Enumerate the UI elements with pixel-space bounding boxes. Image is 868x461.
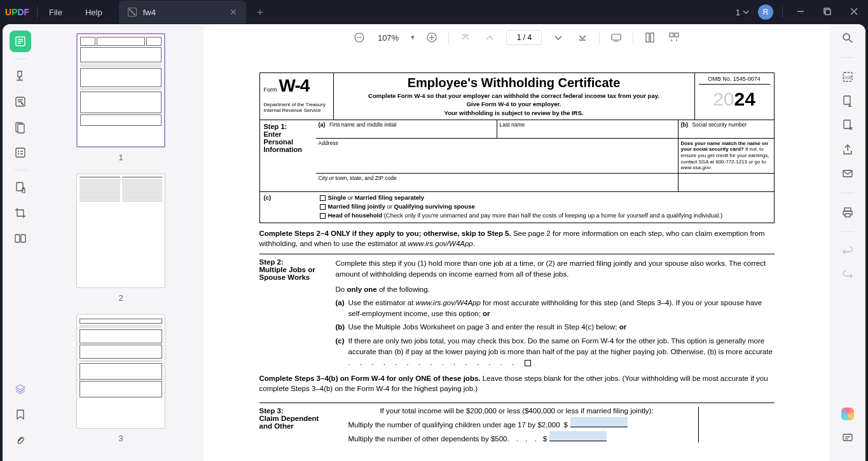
svg-point-30 [843,34,850,40]
menu-help[interactable]: Help [74,8,114,17]
checkbox-two-jobs[interactable] [525,360,531,366]
filing-status-section: (c) Single or Married filing separately … [259,192,775,223]
dependents-amount-input[interactable] [549,431,607,441]
divider [14,170,27,170]
thumbnail-3[interactable]: 3 [61,314,181,443]
user-avatar[interactable]: R [758,4,773,20]
form-tool[interactable] [10,142,31,163]
svg-rect-10 [18,124,24,133]
divider [14,58,27,59]
edit-tool[interactable] [10,91,31,113]
divider [841,231,854,232]
compare-tool[interactable] [10,228,31,249]
version-dropdown[interactable]: 1 [736,8,749,17]
tab-title: fw4 [143,8,223,17]
print-button[interactable] [840,205,855,220]
svg-rect-2 [825,10,830,15]
right-toolbar: OCR [830,24,865,461]
step3-section: Step 3:Claim Dependent and Other If your… [259,403,775,443]
ai-button[interactable] [840,406,855,422]
convert-button[interactable] [840,93,855,109]
first-page-button[interactable] [458,30,473,45]
page-input[interactable] [506,30,542,45]
organize-tool[interactable] [10,116,31,138]
svg-rect-28 [670,33,673,37]
workspace: 1 2 3 [3,24,865,461]
compress-button[interactable] [840,118,855,133]
reader-tool[interactable] [10,31,31,52]
instruction-text: Complete Steps 2–4 ONLY if they apply to… [259,223,775,254]
svg-point-14 [18,153,19,155]
document-tab[interactable]: fw4 ✕ [119,1,246,24]
ocr-button[interactable]: OCR [840,69,855,85]
form-title: Employee's Withholding Certificate [340,76,688,90]
svg-point-12 [18,151,19,152]
svg-rect-17 [15,235,20,242]
document-page: Form W-4 Department of the TreasuryInter… [240,60,794,455]
form-header: Form W-4 Department of the TreasuryInter… [259,72,775,120]
svg-rect-34 [844,96,850,104]
svg-rect-35 [844,120,850,128]
add-tab-button[interactable]: ＋ [255,6,265,19]
separator [599,31,600,44]
chevron-down-icon [743,9,749,15]
svg-rect-29 [675,33,679,37]
divider [841,193,854,193]
undo-button[interactable] [840,244,855,259]
document-viewport[interactable]: Form W-4 Department of the TreasuryInter… [203,51,830,461]
svg-rect-11 [16,148,25,157]
menu-file[interactable]: File [38,8,74,17]
zoom-dropdown[interactable]: ▼ [410,34,416,41]
attachment-tool[interactable] [10,429,31,451]
instruction-text: Complete Steps 3–4(b) on Form W-4 for on… [259,368,775,399]
presentation-button[interactable] [609,30,624,45]
svg-rect-36 [843,170,852,177]
maximize-button[interactable] [818,5,836,20]
zoom-in-button[interactable] [424,30,439,45]
layers-tool[interactable] [10,378,31,400]
thumbnail-number: 2 [61,293,181,303]
checkbox-single[interactable] [320,195,326,201]
separator [448,31,449,44]
close-button[interactable] [845,5,863,20]
svg-rect-27 [651,33,654,42]
svg-rect-18 [21,235,25,242]
thumbnail-1[interactable]: 1 [61,33,181,162]
prev-page-button[interactable] [482,30,497,45]
svg-rect-39 [845,214,850,217]
document-icon [128,8,137,17]
svg-rect-24 [612,34,621,40]
svg-rect-40 [843,434,852,441]
thumbnail-panel: 1 2 3 [38,24,203,461]
page-layout-button[interactable] [642,30,658,45]
thumbnail-number: 1 [61,153,181,162]
svg-rect-26 [646,33,649,42]
email-button[interactable] [840,166,855,181]
thumbnail-2[interactable]: 2 [61,174,181,303]
svg-text:OCR: OCR [843,76,852,79]
scroll-mode-button[interactable] [666,30,682,45]
comment-tool[interactable] [10,65,31,87]
minimize-button[interactable] [792,5,809,20]
protect-tool[interactable] [10,177,31,198]
children-amount-input[interactable] [570,417,628,427]
zoom-out-button[interactable] [352,30,367,45]
notes-button[interactable] [840,430,855,446]
crop-tool[interactable] [10,202,31,224]
left-toolbar [3,24,38,461]
bookmark-tool[interactable] [10,404,31,425]
redo-button[interactable] [840,268,855,283]
content-area: 107% ▼ Form W-4 Department [203,24,830,461]
share-button[interactable] [840,142,855,157]
titlebar: UPDF File Help fw4 ✕ ＋ 1 R [0,0,868,24]
document-toolbar: 107% ▼ [203,24,830,51]
separator [633,31,633,44]
next-page-button[interactable] [551,30,566,45]
close-tab-button[interactable]: ✕ [230,7,237,17]
svg-rect-37 [844,208,851,211]
search-button[interactable] [840,31,855,46]
checkbox-joint[interactable] [320,204,326,210]
checkbox-hoh[interactable] [320,213,326,219]
last-page-button[interactable] [575,30,590,45]
step1-section: Step 1:Enter Personal Information (a) Fi… [259,120,775,192]
